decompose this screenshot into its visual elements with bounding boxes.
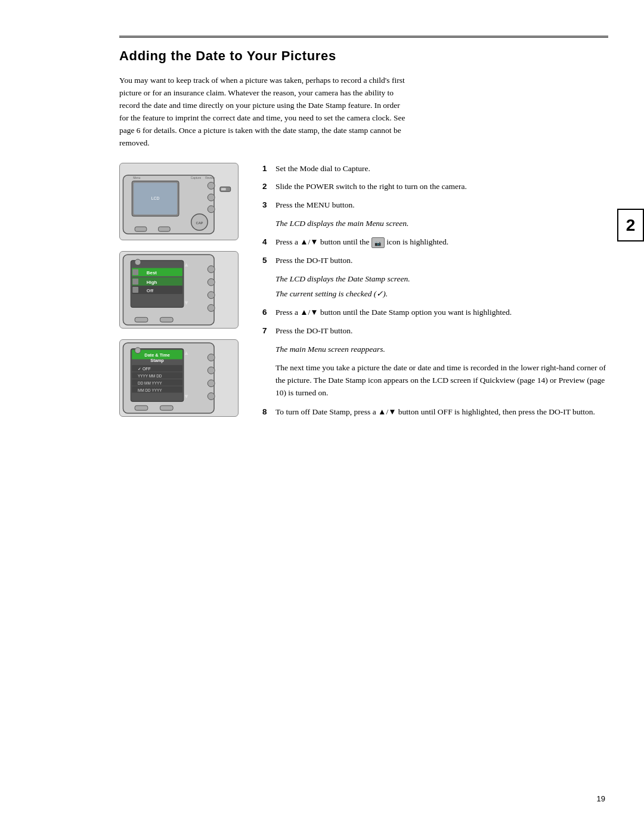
svg-text:Stamp: Stamp — [150, 358, 164, 363]
svg-rect-15 — [221, 188, 226, 190]
step-5-number: 5 — [262, 255, 275, 267]
svg-rect-36 — [160, 317, 173, 322]
svg-rect-28 — [132, 278, 138, 284]
camera-icon: 📷 — [371, 237, 385, 248]
svg-rect-18 — [132, 268, 182, 276]
step-7-number: 7 — [262, 325, 275, 337]
svg-text:Menu: Menu — [133, 176, 141, 179]
chapter-tab: 2 — [617, 209, 644, 241]
main-columns: LCD CAP Menu Capture Review — [119, 163, 608, 425]
svg-rect-12 — [135, 227, 147, 231]
svg-point-53 — [208, 367, 215, 374]
camera-top-image: LCD CAP Menu Capture Review — [119, 163, 239, 240]
svg-point-52 — [208, 354, 215, 361]
svg-rect-57 — [135, 405, 148, 410]
step-5-note2: The current setting is checked (✓). — [275, 288, 608, 301]
page-number: 19 — [597, 794, 605, 803]
svg-text:▲: ▲ — [184, 261, 190, 267]
step-5-note1: The LCD displays the Date Stamp screen. — [275, 273, 608, 286]
steps-column: 1 Set the Mode dial to Capture. 2 Slide … — [262, 163, 608, 425]
svg-point-56 — [135, 347, 141, 353]
svg-text:High: High — [147, 280, 157, 285]
step-8: 8 To turn off Date Stamp, press a ▲/▼ bu… — [262, 406, 608, 419]
svg-text:MM DD YYYY: MM DD YYYY — [138, 388, 162, 392]
camera-datestamp-image: Date & Time Stamp ✓ OFF YYYY MM DD DD MM… — [119, 339, 239, 417]
svg-point-32 — [208, 291, 215, 298]
svg-rect-35 — [135, 317, 148, 322]
step-4-number: 4 — [262, 236, 275, 249]
svg-point-34 — [135, 259, 141, 265]
svg-text:▲: ▲ — [184, 349, 190, 355]
step-6-number: 6 — [262, 306, 275, 319]
svg-text:Capture: Capture — [191, 176, 202, 179]
step-8-number: 8 — [262, 406, 275, 419]
step-8-text: To turn off Date Stamp, press a ▲/▼ butt… — [275, 406, 608, 419]
svg-point-31 — [208, 278, 215, 286]
page: Adding the Date to Your Pictures You may… — [0, 0, 644, 833]
svg-rect-27 — [132, 269, 138, 275]
svg-point-4 — [208, 182, 215, 189]
step-2-number: 2 — [262, 181, 275, 193]
step-1-number: 1 — [262, 163, 275, 175]
camera-menu-image: Best High Off ▲ ▼ — [119, 251, 239, 329]
step-7-note: The main Menu screen reappears. — [275, 343, 608, 356]
svg-point-30 — [208, 265, 215, 272]
svg-text:CAP: CAP — [196, 221, 203, 225]
svg-point-33 — [208, 304, 215, 311]
step-6: 6 Press a ▲/▼ button until the Date Stam… — [262, 306, 608, 319]
svg-text:▼: ▼ — [184, 393, 190, 400]
section-title: Adding the Date to Your Pictures — [119, 48, 608, 64]
svg-text:Best: Best — [147, 270, 157, 275]
content-area: Adding the Date to Your Pictures You may… — [0, 48, 644, 425]
svg-rect-23 — [132, 286, 182, 294]
step-3: 3 Press the MENU button. — [262, 199, 608, 212]
step-1-text: Set the Mode dial to Capture. — [275, 163, 608, 175]
intro-text: You may want to keep track of when a pic… — [119, 75, 405, 150]
svg-rect-13 — [159, 227, 171, 231]
svg-text:DD MM YYYY: DD MM YYYY — [138, 380, 162, 385]
svg-text:Date & Time: Date & Time — [144, 352, 169, 357]
step-3-note: The LCD displays the main Menu screen. — [275, 218, 608, 230]
chapter-number: 2 — [626, 216, 636, 235]
svg-point-5 — [208, 194, 215, 201]
step-2: 2 Slide the POWER switch to the right to… — [262, 181, 608, 193]
svg-rect-58 — [160, 405, 173, 410]
step-4: 4 Press a ▲/▼ button until the 📷 icon is… — [262, 236, 608, 249]
svg-point-6 — [208, 205, 215, 212]
top-rule — [119, 36, 608, 38]
svg-text:YYYY MM DD: YYYY MM DD — [138, 374, 162, 378]
svg-text:▼: ▼ — [184, 299, 190, 305]
step-7-text: Press the DO-IT button. — [275, 325, 608, 337]
step-2-text: Slide the POWER switch to the right to t… — [275, 181, 608, 193]
step-5-text: Press the DO-IT button. — [275, 255, 608, 267]
step-7: 7 Press the DO-IT button. — [262, 325, 608, 337]
step-3-text: Press the MENU button. — [275, 199, 608, 212]
svg-text:Off: Off — [147, 287, 154, 293]
svg-rect-29 — [132, 287, 138, 293]
svg-text:✓ OFF: ✓ OFF — [138, 367, 151, 371]
step-5: 5 Press the DO-IT button. — [262, 255, 608, 267]
svg-text:Review: Review — [205, 176, 215, 179]
step-4-text: Press a ▲/▼ button until the 📷 icon is h… — [275, 236, 608, 249]
images-column: LCD CAP Menu Capture Review — [119, 163, 244, 417]
step-6-text: Press a ▲/▼ button until the Date Stamp … — [275, 306, 608, 319]
step-7-body: The next time you take a picture the dat… — [275, 362, 608, 400]
svg-text:LCD: LCD — [151, 196, 160, 200]
svg-rect-21 — [132, 277, 182, 286]
svg-point-55 — [208, 392, 215, 400]
step-3-number: 3 — [262, 199, 275, 212]
svg-point-54 — [208, 379, 215, 386]
step-1: 1 Set the Mode dial to Capture. — [262, 163, 608, 175]
